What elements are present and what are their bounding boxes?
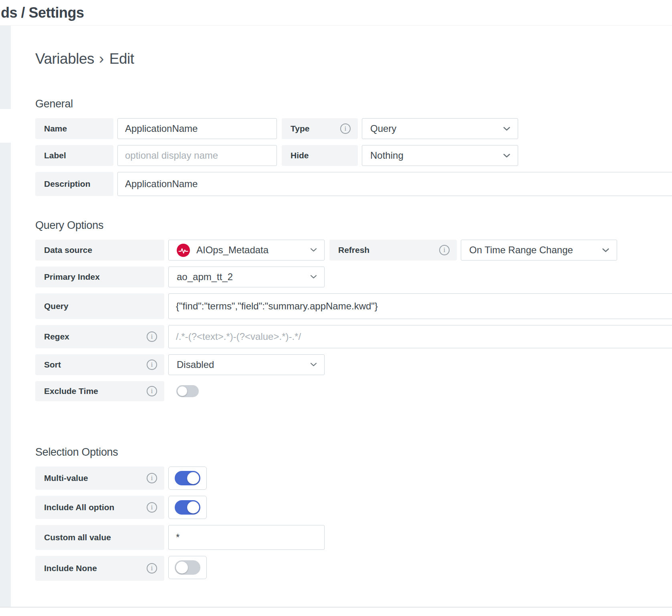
primary-index-select[interactable]: ao_apm_tt_2 (168, 267, 325, 287)
include-none-field-label: Include None i (35, 556, 164, 581)
data-source-refresh-row: Data source AIOps_Metadata Refr (35, 240, 672, 261)
include-all-field-label: Include All option i (35, 496, 164, 519)
toggle-knob (176, 561, 188, 574)
toggle-knob (178, 386, 187, 396)
include-all-toggle[interactable] (175, 500, 200, 515)
hide-field-label: Hide (282, 145, 358, 166)
breadcrumb[interactable]: ds / Settings (1, 4, 84, 21)
custom-all-value-field-label: Custom all value (35, 525, 164, 550)
exclude-time-row: Exclude Time i (35, 381, 672, 401)
include-none-info-icon[interactable]: i (147, 563, 157, 574)
sort-info-icon[interactable]: i (147, 360, 157, 370)
general-section-heading: General (35, 98, 672, 110)
include-none-row: Include None i (35, 556, 672, 581)
title-separator: › (99, 50, 104, 67)
query-row: Query (35, 293, 672, 319)
query-field-label: Query (35, 293, 164, 319)
label-hide-row: Label Hide Nothing (35, 145, 672, 166)
refresh-field-label: Refresh i (329, 240, 457, 261)
multi-value-info-icon[interactable]: i (147, 473, 157, 483)
selection-options-section-heading: Selection Options (35, 446, 672, 458)
title-edit: Edit (109, 50, 134, 67)
exclude-time-toggle-area (168, 381, 207, 401)
multi-value-toggle-box (168, 467, 207, 490)
custom-all-value-input[interactable] (168, 525, 325, 550)
pulse-heartbeat-icon (177, 244, 190, 257)
chevron-down-icon (310, 248, 317, 252)
chevron-down-icon (602, 248, 609, 253)
sort-row: Sort i Disabled (35, 354, 672, 375)
exclude-time-toggle[interactable] (176, 385, 199, 397)
regex-field-label: Regex i (35, 325, 164, 348)
query-input[interactable] (168, 293, 672, 319)
include-none-toggle-box (168, 556, 207, 579)
include-none-toggle[interactable] (175, 560, 200, 575)
toggle-knob (187, 472, 199, 484)
custom-all-value-row: Custom all value (35, 525, 672, 550)
settings-page: ds / Settings Variables›Edit General Nam… (0, 0, 672, 616)
chevron-down-icon (503, 153, 511, 158)
primary-index-row: Primary Index ao_apm_tt_2 (35, 267, 672, 287)
data-source-select[interactable]: AIOps_Metadata (168, 240, 325, 261)
type-info-icon[interactable]: i (340, 123, 351, 134)
regex-row: Regex i (35, 325, 672, 348)
include-all-info-icon[interactable]: i (147, 502, 157, 513)
exclude-time-info-icon[interactable]: i (147, 386, 157, 396)
type-select[interactable]: Query (362, 118, 518, 139)
description-field-label: Description (35, 172, 113, 196)
chevron-down-icon (310, 362, 317, 367)
page-title: Variables›Edit (35, 50, 672, 67)
description-input[interactable] (117, 172, 672, 196)
sort-field-label: Sort i (35, 354, 164, 375)
selection-options-rows: Multi-value i Include All option i (35, 467, 672, 581)
variables-edit-panel: Variables›Edit General Name Type i Query (35, 26, 672, 616)
regex-info-icon[interactable]: i (147, 331, 157, 342)
general-rows: Name Type i Query Label (35, 118, 672, 196)
multi-value-row: Multi-value i (35, 467, 672, 490)
hide-select[interactable]: Nothing (362, 145, 518, 166)
exclude-time-field-label: Exclude Time i (35, 381, 164, 401)
data-source-field-label: Data source (35, 240, 164, 261)
regex-input[interactable] (168, 325, 672, 348)
description-row: Description (35, 172, 672, 196)
toggle-knob (187, 501, 199, 513)
settings-nav-active-item[interactable] (0, 109, 11, 143)
multi-value-toggle[interactable] (175, 471, 200, 485)
include-all-row: Include All option i (35, 496, 672, 519)
label-input[interactable] (117, 145, 277, 166)
primary-index-field-label: Primary Index (35, 267, 164, 287)
refresh-select[interactable]: On Time Range Change (461, 240, 617, 261)
chevron-down-icon (503, 126, 511, 131)
multi-value-field-label: Multi-value i (35, 467, 164, 490)
refresh-info-icon[interactable]: i (439, 245, 450, 255)
query-options-rows: Data source AIOps_Metadata Refr (35, 240, 672, 401)
name-type-row: Name Type i Query (35, 118, 672, 139)
name-field-label: Name (35, 118, 113, 139)
name-input[interactable] (117, 118, 277, 139)
query-options-section-heading: Query Options (35, 219, 672, 232)
sort-select[interactable]: Disabled (168, 354, 325, 375)
chevron-down-icon (310, 275, 317, 279)
include-all-toggle-box (168, 496, 207, 519)
type-field-label: Type i (282, 118, 358, 139)
label-field-label: Label (35, 145, 113, 166)
top-header-bar: ds / Settings (0, 0, 672, 26)
title-variables-link[interactable]: Variables (35, 50, 94, 67)
